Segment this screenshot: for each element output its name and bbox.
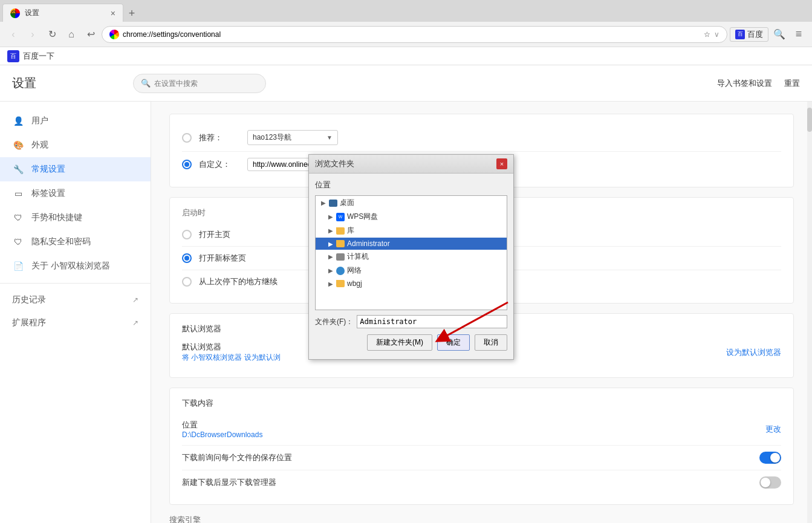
- file-tree-item-desktop[interactable]: ▶ 桌面: [316, 196, 507, 210]
- dialog-buttons: 新建文件夹(M) 确定 取消: [315, 331, 507, 353]
- expand-arrow-computer: ▶: [328, 253, 334, 260]
- file-tree[interactable]: ▶ 桌面 ▶ W WPS网盘 ▶ 库 ▶: [315, 195, 507, 310]
- dialog-body: 位置 ▶ 桌面 ▶ W WPS网盘 ▶: [309, 174, 513, 359]
- confirm-button[interactable]: 确定: [437, 334, 470, 351]
- file-tree-item-computer[interactable]: ▶ 计算机: [316, 250, 507, 264]
- dialog-close-button[interactable]: ×: [496, 158, 507, 169]
- network-label: 网络: [347, 265, 362, 276]
- folder-input-row: 文件夹(F)：: [315, 310, 507, 331]
- dialog-location-label: 位置: [315, 180, 507, 190]
- wps-icon: W: [336, 213, 345, 221]
- dialog-title-bar: 浏览文件夹 ×: [309, 155, 513, 174]
- dialog-title: 浏览文件夹: [315, 158, 496, 169]
- computer-label: 计算机: [347, 252, 369, 262]
- new-folder-button[interactable]: 新建文件夹(M): [367, 334, 432, 351]
- file-tree-item-network[interactable]: ▶ 网络: [316, 264, 507, 278]
- cancel-button[interactable]: 取消: [475, 334, 507, 351]
- network-icon: [336, 267, 345, 275]
- library-folder-icon: [336, 227, 345, 235]
- expand-arrow-desktop: ▶: [320, 200, 326, 206]
- file-tree-item-wps[interactable]: ▶ W WPS网盘: [316, 210, 507, 224]
- expand-arrow-wps: ▶: [328, 213, 334, 220]
- wbgj-folder-icon: [336, 280, 345, 287]
- library-label: 库: [347, 226, 354, 236]
- folder-name-input[interactable]: [357, 315, 507, 328]
- computer-icon: [336, 253, 345, 261]
- expand-arrow-wbgj: ▶: [328, 281, 334, 287]
- expand-arrow-network: ▶: [328, 267, 334, 274]
- administrator-folder-icon: [336, 240, 345, 247]
- file-tree-item-administrator[interactable]: ▶ Administrator: [316, 238, 507, 250]
- desktop-icon: [329, 200, 337, 207]
- browse-folder-dialog: 浏览文件夹 × 位置 ▶ 桌面 ▶ W WPS网盘: [308, 154, 514, 360]
- expand-arrow-library: ▶: [328, 227, 334, 234]
- folder-input-label: 文件夹(F)：: [315, 317, 353, 327]
- wbgj-label: wbgj: [347, 279, 362, 288]
- expand-arrow-administrator: ▶: [328, 241, 334, 247]
- wps-label: WPS网盘: [347, 212, 378, 222]
- file-tree-item-library[interactable]: ▶ 库: [316, 224, 507, 238]
- dialog-overlay: 浏览文件夹 × 位置 ▶ 桌面 ▶ W WPS网盘: [0, 0, 812, 523]
- file-tree-item-wbgj[interactable]: ▶ wbgj: [316, 278, 507, 290]
- desktop-label: 桌面: [340, 198, 354, 208]
- administrator-label: Administrator: [347, 239, 390, 248]
